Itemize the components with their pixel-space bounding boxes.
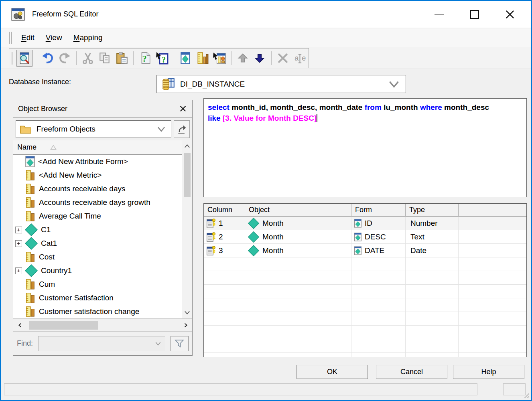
scroll-down-button[interactable]	[183, 310, 191, 316]
tree-item[interactable]: <Add New Attribute Form>	[13, 155, 182, 168]
folder-combobox[interactable]: Freeform Objects	[16, 120, 171, 138]
prompt-properties-button[interactable]: ?	[154, 50, 171, 67]
tree-item[interactable]: Cum	[13, 277, 182, 291]
expand-plus-icon[interactable]: +	[15, 240, 22, 247]
scroll-right-button[interactable]	[182, 322, 190, 328]
name-column-header[interactable]: Name	[13, 140, 182, 155]
grid-cell-filler	[459, 217, 526, 230]
toolbar-separator	[133, 51, 134, 65]
move-down-button[interactable]	[252, 50, 268, 67]
prompt-properties-icon: ?	[156, 52, 169, 65]
menu-item-view[interactable]: View	[44, 32, 64, 43]
sql-view-button[interactable]	[16, 50, 33, 67]
redo-button	[57, 50, 73, 67]
svg-text:a: a	[294, 54, 299, 62]
attribute-form-icon	[354, 219, 362, 228]
metric-icon	[25, 292, 36, 304]
ok-button[interactable]: OK	[296, 365, 368, 379]
scroll-left-button[interactable]	[16, 322, 24, 328]
object-name: Month	[262, 246, 284, 255]
toolbar-grip-handle[interactable]	[12, 52, 14, 65]
grid-header-column[interactable]: Column	[204, 204, 245, 217]
grid-empty-row[interactable]	[204, 257, 526, 271]
tree-item[interactable]: Cost	[13, 250, 182, 264]
grid-row[interactable]: 1MonthIDNumber	[204, 217, 526, 230]
help-button[interactable]: Help	[453, 365, 524, 379]
grid-empty-cell	[204, 271, 245, 285]
grid-row[interactable]: 2MonthDESCText	[204, 230, 526, 244]
horizontal-scrollbar[interactable]	[13, 318, 192, 331]
database-instance-combobox[interactable]: DI_DB_INSTANCE	[156, 75, 406, 93]
add-metric-button[interactable]	[194, 50, 211, 67]
add-attribute-button[interactable]	[177, 50, 194, 67]
tree-item[interactable]: +C1	[13, 223, 182, 237]
grid-empty-row[interactable]	[204, 326, 526, 339]
freeform-sql-editor-window: Freeform SQL Editor EditViewMapping ??ae…	[0, 0, 532, 401]
grid-empty-row[interactable]	[204, 353, 526, 357]
menu-item-edit[interactable]: Edit	[20, 32, 36, 43]
sql-view-icon	[18, 52, 31, 65]
grid-cell-form: DATE	[351, 244, 406, 257]
grid-empty-row[interactable]	[204, 339, 526, 353]
grid-empty-row[interactable]	[204, 312, 526, 326]
database-instance-label: Database Instance:	[9, 78, 71, 86]
grid-empty-cell	[406, 312, 459, 326]
grid-empty-cell	[406, 339, 459, 353]
move-up-button	[234, 50, 251, 67]
menu-item-mapping[interactable]: Mapping	[72, 32, 104, 43]
minimize-button[interactable]	[433, 8, 445, 20]
grid-header-type[interactable]: Type	[406, 204, 459, 217]
tree-item[interactable]: Average Call Time	[13, 209, 182, 223]
grid-empty-cell	[351, 312, 406, 326]
object-browser-header: Object Browser	[13, 100, 192, 117]
column-mapping-icon	[206, 245, 216, 256]
grid-cell-column: 1	[204, 217, 245, 230]
cancel-button[interactable]: Cancel	[376, 365, 447, 379]
scroll-up-button[interactable]	[183, 143, 191, 149]
undo-button[interactable]	[39, 50, 56, 67]
object-browser-close-button[interactable]	[179, 104, 187, 113]
vertical-scrollbar[interactable]	[182, 140, 192, 318]
copy-icon	[98, 52, 111, 65]
vertical-scrollbar-thumb[interactable]	[184, 153, 191, 197]
attribute-icon	[248, 245, 260, 257]
close-button[interactable]	[504, 8, 516, 20]
attribute-icon	[24, 237, 38, 250]
grid-empty-row[interactable]	[204, 298, 526, 312]
up-one-level-button[interactable]	[174, 120, 190, 138]
grid-header-object[interactable]: Object	[245, 204, 351, 217]
sql-plain: month_desc	[442, 103, 489, 111]
grid-empty-cell	[245, 257, 351, 271]
grid-empty-cell	[351, 271, 406, 285]
mapping-grid: ColumnObjectFormType1MonthIDNumber2Month…	[203, 203, 527, 357]
insert-prompt-button[interactable]: ?	[137, 50, 153, 67]
attribute-form-icon	[25, 156, 35, 168]
expand-plus-icon[interactable]: +	[15, 267, 22, 274]
metric-icon	[25, 197, 36, 208]
tree-item[interactable]: Customer satisfaction change	[13, 305, 182, 318]
chevron-down-icon	[155, 124, 167, 134]
paste-button[interactable]	[114, 50, 130, 67]
sql-editor[interactable]: select month_id, month_desc, month_date …	[203, 98, 527, 197]
grid-header-form[interactable]: Form	[351, 204, 406, 217]
tree-item[interactable]: +Country1	[13, 264, 182, 277]
menu-grip-handle[interactable]	[9, 32, 12, 44]
grid-empty-row[interactable]	[204, 271, 526, 285]
tree-item[interactable]: +Cat1	[13, 237, 182, 250]
find-input[interactable]	[38, 336, 165, 351]
tree-item[interactable]: Customer Satisfaction	[13, 291, 182, 305]
tree-item[interactable]: <Add New Metric>	[13, 168, 182, 182]
edit-mapping-button[interactable]	[211, 50, 228, 67]
grid-row[interactable]: 3MonthDATEDate	[204, 244, 526, 257]
tree-item[interactable]: Accounts receivable days growth	[13, 196, 182, 209]
maximize-button[interactable]	[469, 8, 481, 20]
find-filter-button[interactable]	[171, 336, 189, 351]
text-cursor	[317, 114, 317, 122]
tree-item[interactable]: Accounts receivable days	[13, 182, 182, 196]
metric-icon	[25, 183, 36, 194]
svg-text:e: e	[302, 54, 306, 62]
sql-keyword: select	[208, 103, 229, 111]
horizontal-scrollbar-thumb[interactable]	[29, 321, 98, 330]
grid-empty-row[interactable]	[204, 285, 526, 298]
expand-plus-icon[interactable]: +	[15, 227, 22, 233]
